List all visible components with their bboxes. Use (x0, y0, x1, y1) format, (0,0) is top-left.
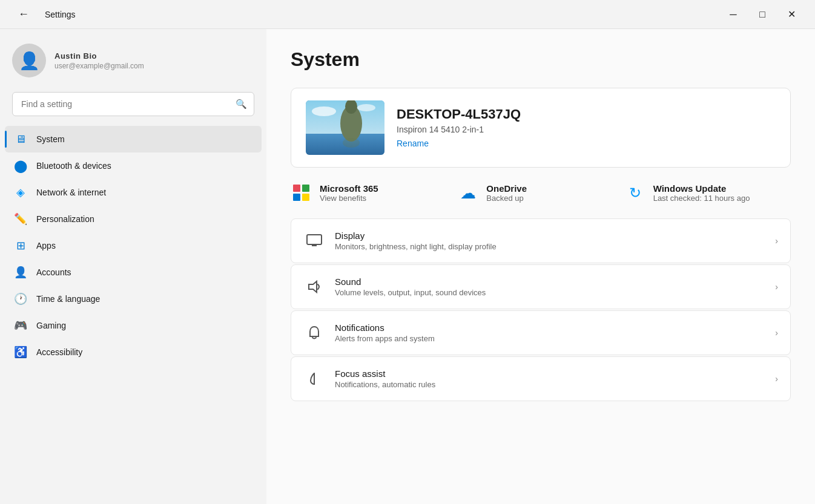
svg-point-5 (343, 138, 360, 148)
quicklink-subtitle: Backed up (486, 194, 624, 203)
accounts-icon: 👤 (13, 265, 28, 280)
chevron-icon: › (775, 374, 778, 384)
sidebar-item-label: System (36, 134, 65, 144)
settings-item-notifications[interactable]: Notifications Alerts from apps and syste… (291, 310, 791, 355)
sidebar-item-accounts[interactable]: 👤 Accounts (5, 259, 262, 286)
notifications-icon (303, 322, 325, 344)
quicklink-onedrive[interactable]: ☁ OneDrive Backed up (457, 182, 624, 204)
sidebar-item-gaming[interactable]: 🎮 Gaming (5, 312, 262, 339)
svg-marker-11 (309, 281, 317, 292)
rename-link[interactable]: Rename (397, 139, 429, 148)
ms365-sq-red (293, 185, 300, 192)
quicklink-winupdate[interactable]: ↻ Windows Update Last checked: 11 hours … (624, 182, 791, 204)
sidebar-item-label: Gaming (36, 321, 66, 330)
device-model: Inspiron 14 5410 2-in-1 (397, 125, 776, 134)
settings-item-text-sound: Sound Volume levels, output, input, soun… (335, 277, 765, 297)
ms365-sq-green (302, 185, 309, 192)
svg-point-7 (357, 104, 375, 111)
sidebar-item-label: Network & internet (36, 188, 106, 197)
settings-item-title: Focus assist (335, 368, 765, 379)
device-name: DESKTOP-4L537JQ (397, 106, 776, 122)
winupdate-icon: ↻ (624, 182, 646, 204)
accessibility-icon: ♿ (13, 345, 28, 359)
close-button[interactable]: ✕ (777, 5, 805, 24)
system-icon: 🖥 (13, 132, 28, 146)
user-info: Austin Bio user@example@gmail.com (54, 51, 144, 70)
focus-icon (303, 368, 325, 390)
avatar: 👤 (12, 44, 46, 77)
quicklink-subtitle: Last checked: 11 hours ago (653, 194, 791, 203)
search-input[interactable] (12, 92, 254, 116)
settings-item-title: Display (335, 231, 765, 241)
chevron-icon: › (775, 328, 778, 338)
settings-item-title: Sound (335, 277, 765, 287)
quicklink-ms365[interactable]: Microsoft 365 View benefits (291, 182, 457, 204)
page-title: System (291, 48, 791, 71)
user-icon: 👤 (19, 51, 40, 71)
settings-item-text-display: Display Monitors, brightness, night ligh… (335, 231, 765, 251)
sidebar-item-label: Bluetooth & devices (36, 161, 111, 171)
settings-item-sub: Alerts from apps and system (335, 334, 765, 343)
settings-item-sub: Volume levels, output, input, sound devi… (335, 288, 765, 297)
quicklink-winupdate-text: Windows Update Last checked: 11 hours ag… (653, 183, 791, 203)
settings-item-sub: Notifications, automatic rules (335, 380, 765, 389)
user-email: user@example@gmail.com (54, 62, 144, 70)
sidebar-item-label: Apps (36, 241, 56, 250)
content-area: System (266, 29, 815, 504)
quicklink-title: OneDrive (486, 183, 624, 194)
settings-item-text-notifications: Notifications Alerts from apps and syste… (335, 322, 765, 343)
title-bar: ← Settings ─ □ ✕ (0, 0, 815, 29)
app-body: 👤 Austin Bio user@example@gmail.com 🔍 🖥 … (0, 29, 815, 504)
sidebar-item-time[interactable]: 🕐 Time & language (5, 286, 262, 312)
search-icon: 🔍 (236, 99, 247, 110)
device-card: DESKTOP-4L537JQ Inspiron 14 5410 2-in-1 … (291, 88, 791, 168)
svg-point-6 (312, 106, 336, 116)
bluetooth-icon: ⬤ (13, 159, 28, 173)
time-icon: 🕐 (13, 292, 28, 306)
maximize-button[interactable]: □ (748, 5, 776, 24)
sidebar-item-apps[interactable]: ⊞ Apps (5, 232, 262, 259)
quicklink-title: Windows Update (653, 183, 791, 194)
settings-item-sub: Monitors, brightness, night light, displ… (335, 242, 765, 251)
settings-item-title: Notifications (335, 322, 765, 333)
settings-item-sound[interactable]: Sound Volume levels, output, input, soun… (291, 264, 791, 309)
sound-icon (303, 276, 325, 298)
settings-item-text-focus: Focus assist Notifications, automatic ru… (335, 368, 765, 389)
sidebar: 👤 Austin Bio user@example@gmail.com 🔍 🖥 … (0, 29, 266, 504)
device-thumbnail (306, 100, 384, 155)
window-controls: ─ □ ✕ (719, 5, 805, 24)
personalization-icon: ✏️ (13, 212, 28, 226)
network-icon: ◈ (13, 185, 28, 200)
ms365-icon (291, 182, 312, 204)
ms365-sq-yellow (302, 194, 309, 201)
sidebar-item-network[interactable]: ◈ Network & internet (5, 179, 262, 206)
title-bar-left: ← Settings (10, 5, 76, 24)
sidebar-item-personalization[interactable]: ✏️ Personalization (5, 206, 262, 232)
quicklink-ms365-text: Microsoft 365 View benefits (320, 183, 457, 203)
gaming-icon: 🎮 (13, 318, 28, 333)
quick-links: Microsoft 365 View benefits ☁ OneDrive B… (291, 182, 791, 204)
search-box[interactable]: 🔍 (12, 92, 254, 116)
chevron-icon: › (775, 282, 778, 292)
quicklink-title: Microsoft 365 (320, 183, 457, 194)
sidebar-item-label: Time & language (36, 294, 100, 304)
sidebar-item-label: Accessibility (36, 347, 82, 357)
settings-item-display[interactable]: Display Monitors, brightness, night ligh… (291, 218, 791, 263)
settings-item-focus[interactable]: Focus assist Notifications, automatic ru… (291, 356, 791, 401)
chevron-icon: › (775, 236, 778, 246)
back-button[interactable]: ← (10, 5, 38, 24)
sidebar-item-bluetooth[interactable]: ⬤ Bluetooth & devices (5, 152, 262, 179)
sidebar-item-accessibility[interactable]: ♿ Accessibility (5, 339, 262, 365)
device-info: DESKTOP-4L537JQ Inspiron 14 5410 2-in-1 … (397, 106, 776, 149)
user-profile[interactable]: 👤 Austin Bio user@example@gmail.com (0, 29, 266, 90)
quicklink-onedrive-text: OneDrive Backed up (486, 183, 624, 203)
sidebar-item-system[interactable]: 🖥 System (5, 126, 262, 152)
display-icon (303, 230, 325, 252)
minimize-button[interactable]: ─ (719, 5, 747, 24)
annotation-arrow (262, 283, 266, 315)
sidebar-item-label: Accounts (36, 267, 71, 277)
user-name: Austin Bio (54, 51, 144, 61)
onedrive-icon: ☁ (457, 182, 479, 204)
settings-list: Display Monitors, brightness, night ligh… (291, 218, 791, 401)
nav-list: 🖥 System ⬤ Bluetooth & devices ◈ Network… (0, 126, 266, 365)
